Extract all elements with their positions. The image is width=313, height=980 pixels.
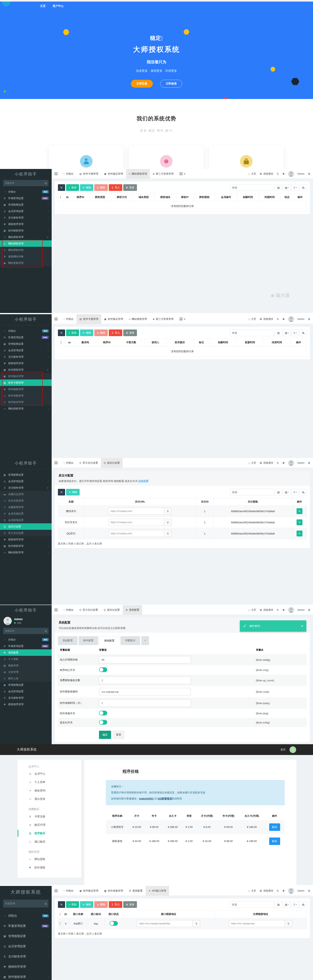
sidebar-item-软件版本管理[interactable]: ⊙软件版本管理 bbox=[0, 399, 52, 405]
sidebar-item-控制台[interactable]: ◔控制台hot bbox=[0, 328, 52, 334]
sidebar-item-软件授权管理[interactable]: ▦软件授权管理‹ bbox=[0, 228, 52, 234]
sidebar-item-管理权限设置[interactable]: ▣管理权限设置‹ bbox=[0, 472, 52, 478]
sidebar-item-授权程序管理[interactable]: ✱授权程序管理 bbox=[0, 221, 52, 228]
sidebar-item-控制台[interactable]: ◔控制台hot bbox=[0, 911, 52, 921]
link-button[interactable]: ⚲ bbox=[164, 519, 172, 526]
link-button[interactable]: ⚲ bbox=[164, 530, 172, 537]
delete-button[interactable]: ⊘删除 bbox=[94, 329, 108, 336]
add-button[interactable]: +添加 bbox=[66, 901, 79, 908]
sidebar-item-网站授权管理[interactable]: ℮网站授权管理‹ bbox=[0, 549, 52, 556]
export-button[interactable]: ↧▾ bbox=[291, 901, 299, 908]
subtab-+[interactable]: + bbox=[141, 636, 149, 645]
sidebar-item-软件体验管理[interactable]: ◇软件体验管理 bbox=[0, 392, 52, 399]
reset-button[interactable]: 重置 bbox=[113, 731, 125, 739]
more-button[interactable]: ⚙更多 bbox=[123, 901, 137, 908]
sidebar-item-控制台[interactable]: ◔控制台hot bbox=[0, 636, 52, 643]
view-toggle-button[interactable]: ▤ bbox=[275, 329, 282, 336]
user-menu-网站授权[interactable]: ℮网站授权 bbox=[28, 855, 81, 863]
sidebar-item-管理权限设置[interactable]: ▣管理权限设置‹ bbox=[0, 682, 52, 688]
user-menu-卡密兑换[interactable]: ≣卡密兑换 bbox=[28, 812, 81, 821]
checkbox[interactable] bbox=[60, 913, 60, 916]
sidebar-item-会员管理设置[interactable]: ◎会员管理设置‹ bbox=[0, 208, 52, 215]
user-menu-个人资料[interactable]: ♙个人资料 bbox=[28, 778, 81, 786]
sidebar-item-支付财务管理[interactable]: $支付财务管理‹ bbox=[0, 695, 52, 701]
tab-控制台[interactable]: ◔控制台 bbox=[60, 458, 76, 468]
sidebar-item-支付财务管理[interactable]: $支付财务管理∨ bbox=[0, 485, 52, 491]
clear-cache-link[interactable]: ♻清除缓存 bbox=[259, 317, 273, 321]
sidebar-item-会员充值设置[interactable]: ¥会员充值设置 bbox=[0, 511, 52, 517]
sidebar-toggle-button[interactable] bbox=[52, 314, 60, 324]
clear-cache-link[interactable]: ♻清除缓存 bbox=[259, 889, 273, 892]
edit-button[interactable]: ✎编辑 bbox=[66, 489, 80, 495]
link-button[interactable]: ⚲ bbox=[285, 920, 292, 927]
sidebar-item-常规管理设置[interactable]: ⚙常规管理设置new bbox=[0, 195, 52, 202]
sidebar-item-网站授权管理[interactable]: ℮网站授权管理 bbox=[0, 240, 52, 247]
refresh-icon[interactable]: ↻ bbox=[277, 608, 279, 611]
import-button[interactable]: ↥导入 bbox=[109, 901, 122, 908]
user-menu-会员中心[interactable]: ◎会员中心 bbox=[28, 770, 81, 778]
import-button[interactable]: ↥导入 bbox=[109, 329, 122, 336]
gear-icon[interactable]: ⚙ bbox=[308, 461, 310, 465]
home-link[interactable]: ⌂主页 bbox=[248, 608, 256, 612]
view-toggle-button[interactable]: ▤ bbox=[275, 901, 282, 908]
checkbox[interactable] bbox=[61, 341, 61, 344]
sidebar-item-个人资料[interactable]: ♙个人资料 bbox=[0, 656, 52, 662]
use-now-button[interactable]: 立即使用 bbox=[160, 80, 182, 88]
refresh-icon[interactable]: ↻ bbox=[277, 318, 279, 321]
delete-button[interactable]: ⊘删除 bbox=[94, 184, 108, 191]
row-edit-button[interactable]: ✎ bbox=[297, 531, 302, 536]
tab-控制台[interactable]: ◔控制台 bbox=[60, 886, 76, 896]
refresh-button[interactable]: ↻ bbox=[58, 489, 65, 495]
user-home-link[interactable]: 首页 bbox=[281, 748, 286, 751]
sidebar-item-授权程序管理[interactable]: ✱授权程序管理 bbox=[0, 360, 52, 366]
row-edit-button[interactable]: ✎ bbox=[297, 519, 302, 525]
export-button[interactable]: ↧▾ bbox=[291, 184, 299, 191]
menu-search-input[interactable]: 搜索菜单 bbox=[3, 900, 49, 907]
toggle-switch[interactable] bbox=[99, 711, 107, 715]
sidebar-item-附件上传[interactable]: ↥附件上传 bbox=[0, 675, 52, 682]
tab-系统配置[interactable]: ⚙系统配置 bbox=[126, 886, 145, 896]
toggle-switch[interactable] bbox=[99, 667, 107, 672]
sidebar-item-常规管理设置[interactable]: ⚙常规管理设置new bbox=[0, 643, 52, 649]
search-button[interactable] bbox=[299, 329, 307, 336]
menu-search-input[interactable]: 搜索菜单 bbox=[3, 628, 49, 634]
tab-官方支付设置[interactable]: G官方支付设置 bbox=[76, 605, 101, 615]
gear-icon[interactable]: ⚙ bbox=[308, 318, 310, 321]
search-button[interactable] bbox=[299, 901, 307, 908]
user-menu-软件授权[interactable]: ✱软件授权 bbox=[28, 863, 81, 872]
sidebar-item-会员管理设置[interactable]: ◎会员管理设置‹ bbox=[0, 478, 52, 485]
refresh-icon[interactable]: ↻ bbox=[277, 889, 279, 892]
admin-avatar[interactable] bbox=[288, 607, 294, 613]
refresh-button[interactable]: ↻ bbox=[58, 901, 65, 908]
tab-易支付设置[interactable]: Q易支付设置 bbox=[101, 458, 123, 468]
clear-cache-link[interactable]: ♻清除缓存 bbox=[259, 172, 273, 176]
checkbox[interactable] bbox=[60, 922, 60, 925]
user-menu-购买代理[interactable]: ⇄购买代理 bbox=[28, 821, 81, 829]
view-toggle-button[interactable]: ▤ bbox=[275, 184, 282, 191]
subtab-弹窗提示[interactable]: 弹窗提示 bbox=[120, 636, 140, 645]
sidebar-item-授权程序管理[interactable]: ✱授权程序管理 bbox=[0, 962, 52, 972]
url-input[interactable] bbox=[108, 508, 164, 515]
subtab-授权配置[interactable]: 授权配置 bbox=[100, 636, 119, 645]
wechat-contact-link[interactable]: ludashi2021 bbox=[139, 797, 153, 800]
clear-cache-link[interactable]: ♻清除缓存 bbox=[259, 608, 273, 612]
gear-icon[interactable]: ⚙ bbox=[308, 889, 310, 892]
url-input[interactable] bbox=[108, 530, 164, 537]
fullscreen-icon[interactable]: ❖ bbox=[282, 172, 285, 175]
sidebar-item-软件授权管理[interactable]: ▦软件授权管理‹ bbox=[0, 972, 52, 980]
config-input[interactable] bbox=[99, 676, 191, 684]
sidebar-item-支付财务管理[interactable]: $支付财务管理‹ bbox=[0, 353, 52, 360]
admin-avatar[interactable] bbox=[288, 171, 294, 177]
columns-button[interactable]: ▥▾ bbox=[283, 184, 290, 191]
fullscreen-icon[interactable]: ❖ bbox=[282, 608, 285, 611]
sidebar-item-支付财务管理[interactable]: $支付财务管理‹ bbox=[0, 215, 52, 221]
tab-软件验证管理[interactable]: ▣软件验证管理 bbox=[101, 169, 126, 178]
tab-易支付设置[interactable]: Q易支付设置 bbox=[101, 605, 123, 615]
sidebar-item-支付财务管理[interactable]: $支付财务管理‹ bbox=[0, 951, 52, 962]
tabs-more-dropdown[interactable]: ▾ bbox=[177, 314, 188, 324]
table-search-input[interactable] bbox=[230, 489, 274, 495]
sidebar-toggle-button[interactable] bbox=[52, 169, 60, 178]
sidebar-item-常规管理设置[interactable]: ⚙常规管理设置new bbox=[0, 921, 52, 931]
more-button[interactable]: ⚙更多 bbox=[123, 184, 137, 191]
sidebar-item-软件卡密管理[interactable]: ▤软件卡密管理 bbox=[0, 379, 52, 386]
